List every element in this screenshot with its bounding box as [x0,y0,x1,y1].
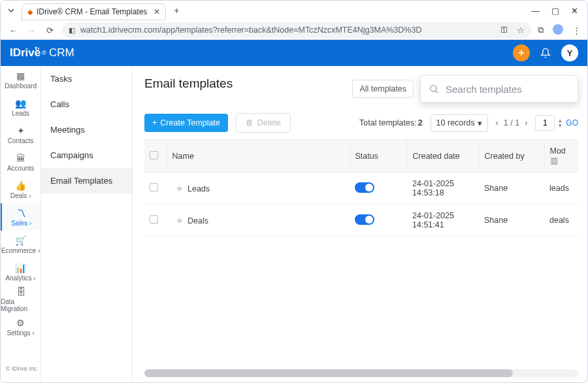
star-icon[interactable]: ★ [176,216,184,225]
tab-dropdown-icon[interactable] [5,4,18,17]
select-all-checkbox[interactable] [150,151,158,159]
sidebar-item-data-migration[interactable]: 🗄Data Migration [1,286,41,313]
sub-sidebar: Tasks Calls Meetings Campaigns Email Tem… [41,66,133,383]
sidebar-item-accounts[interactable]: 🏛Accounts [1,148,41,176]
create-button[interactable]: + [513,44,530,61]
extensions-icon[interactable]: ⧉ [538,25,544,35]
profile-icon[interactable] [553,24,563,37]
row-checkbox[interactable] [150,183,158,192]
next-page-icon[interactable]: › [525,118,527,127]
tab-title: IDrive® CRM - Email Templates [37,7,147,16]
col-created-by[interactable]: Created by [479,140,544,173]
goto-stepper-icon[interactable]: ▴▾ [559,118,562,128]
templates-table: Name Status Created date Created by Mod … [144,139,578,237]
sidebar-item-ecommerce[interactable]: 🛒Ecommerce › [1,231,41,258]
go-button[interactable]: GO [566,118,578,127]
col-status[interactable]: Status [350,140,407,173]
window-maximize-icon[interactable]: ▢ [551,6,559,16]
column-settings-icon[interactable]: ▥ [550,156,558,165]
module: leads [544,173,578,205]
window-minimize-icon[interactable]: — [531,6,540,16]
sub-item-campaigns[interactable]: Campaigns [41,142,132,168]
main-sidebar: ▦Dashboard 👥Leads ✦Contacts 🏛Accounts 👍D… [1,66,41,383]
total-templates-label: Total templates:2 [359,118,423,127]
address-bar[interactable]: ◧ watch1.idrivecrm.com/app/templates?ref… [62,22,531,38]
bookmark-icon[interactable]: ☆ [517,25,525,35]
password-icon[interactable]: ⚿ [500,25,508,35]
page-indicator: 1 / 1 [504,118,519,127]
trash-icon: 🗑 [246,118,254,127]
sub-item-email-templates[interactable]: Email Templates [41,168,132,193]
sidebar-item-analytics[interactable]: 📊Analytics › [1,258,41,286]
chevron-down-icon: ▾ [478,118,482,128]
col-created-date[interactable]: Created date [407,140,479,173]
created-by: Shane [479,173,544,205]
nav-back-icon[interactable]: ← [7,25,19,35]
horizontal-scrollbar[interactable] [144,369,578,377]
template-name[interactable]: Deals [188,216,208,225]
star-icon[interactable]: ★ [176,184,184,193]
plus-icon: + [152,118,157,127]
main-content: Email templates All templates + Create T… [133,66,587,383]
filter-dropdown[interactable]: All templates [352,80,414,98]
app-header: IDrive↻®CRM + Y [1,40,587,66]
prev-page-icon[interactable]: ‹ [496,118,498,127]
delete-button[interactable]: 🗑 Delete [236,113,291,133]
nav-reload-icon[interactable]: ⟳ [44,25,56,35]
sidebar-item-deals[interactable]: 👍Deals › [1,176,41,203]
col-module[interactable]: Mod ▥ [544,140,578,173]
created-date: 24-01-2025 14:53:18 [407,173,479,205]
status-toggle[interactable] [355,182,374,193]
table-row[interactable]: ★Leads 24-01-2025 14:53:18 Shane leads [144,173,578,205]
records-per-page[interactable]: 10 records▾ [431,114,488,132]
browser-menu-icon[interactable]: ⋮ [572,25,581,35]
search-popover [420,75,578,103]
created-by: Shane [479,205,544,237]
browser-chrome: ◆ IDrive® CRM - Email Templates ✕ + — ▢ … [1,1,587,40]
site-info-icon[interactable]: ◧ [69,26,75,35]
module: deals [544,205,578,237]
row-checkbox[interactable] [150,215,158,224]
template-name[interactable]: Leads [188,184,210,193]
nav-forward-icon: → [25,25,37,35]
goto-page-input[interactable] [535,115,555,131]
sidebar-item-sales[interactable]: 〽Sales › [1,203,41,231]
search-icon [429,84,439,94]
sub-item-calls[interactable]: Calls [41,92,132,117]
browser-tab[interactable]: ◆ IDrive® CRM - Email Templates ✕ [22,3,166,20]
create-template-button[interactable]: + Create Template [144,114,228,132]
scrollbar-thumb[interactable] [144,369,513,377]
notifications-icon[interactable] [540,48,551,58]
svg-point-0 [431,86,436,92]
sidebar-item-contacts[interactable]: ✦Contacts [1,121,41,148]
col-name[interactable]: Name [167,140,350,173]
close-tab-icon[interactable]: ✕ [154,7,160,16]
sidebar-item-settings[interactable]: ⚙Settings › [1,313,41,341]
status-toggle[interactable] [355,214,374,225]
sub-item-tasks[interactable]: Tasks [41,66,132,92]
sub-item-meetings[interactable]: Meetings [41,117,132,142]
sidebar-item-leads[interactable]: 👥Leads [1,93,41,121]
new-tab-button[interactable]: + [170,5,183,16]
favicon-icon: ◆ [27,8,33,16]
app-logo[interactable]: IDrive↻®CRM [10,46,74,59]
sidebar-item-dashboard[interactable]: ▦Dashboard [1,66,41,93]
table-row[interactable]: ★Deals 24-01-2025 14:51:41 Shane deals [144,205,578,237]
user-avatar[interactable]: Y [561,44,578,61]
url-text: watch1.idrivecrm.com/app/templates?refer… [80,25,495,35]
created-date: 24-01-2025 14:51:41 [407,205,479,237]
search-input[interactable] [446,84,570,95]
window-close-icon[interactable]: ✕ [571,6,578,16]
footer-copyright: © IDrive Inc. [1,360,41,383]
